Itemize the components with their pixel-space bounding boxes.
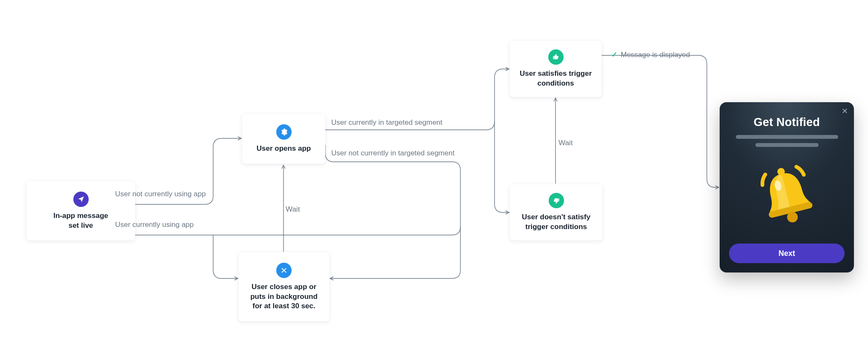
thumb-down-icon (549, 193, 564, 208)
node-start-label: In-app messageset live (53, 211, 108, 231)
node-closes: User closes app orputs in backgroundfor … (239, 252, 329, 321)
thumb-up-icon (548, 49, 564, 65)
next-button-label: Next (778, 249, 795, 258)
node-satisfy-label: User satisfies triggerconditions (520, 69, 592, 89)
node-satisfy: User satisfies triggerconditions (510, 41, 602, 97)
modal-subtitle-line-2 (755, 143, 819, 147)
edge-using: User currently using app (115, 221, 194, 229)
node-closes-label: User closes app orputs in backgroundfor … (250, 282, 318, 312)
notification-modal: ✕ Get Notified (720, 102, 854, 272)
node-opens-label: User opens app (257, 144, 311, 154)
edge-in-segment: User currently in targeted segment (331, 118, 443, 127)
edge-wait-upper: Wait (558, 139, 573, 147)
diagram-canvas: In-app messageset live User opens app Us… (0, 0, 868, 347)
modal-title: Get Notified (754, 116, 820, 129)
edge-not-using: User not currently using app (115, 190, 206, 198)
edge-wait-mid: Wait (286, 205, 300, 214)
close-icon[interactable]: ✕ (842, 106, 848, 116)
x-icon (276, 263, 292, 278)
next-button[interactable]: Next (729, 244, 845, 263)
check-icon: ✓ (611, 51, 617, 59)
edge-not-in-segment: User not currently in targeted segment (331, 149, 454, 158)
node-nosatisfy-label: User doesn't satisfytrigger conditions (522, 212, 590, 232)
gear-icon (276, 124, 292, 140)
node-opens: User opens app (242, 114, 325, 164)
modal-subtitle-line-1 (736, 135, 838, 139)
edge-msg-displayed-text: Message is displayed (621, 51, 690, 59)
bell-illustration (729, 147, 845, 244)
paper-plane-icon (73, 192, 89, 207)
edge-msg-displayed: ✓Message is displayed (611, 50, 690, 59)
node-nosatisfy: User doesn't satisfytrigger conditions (510, 184, 602, 241)
